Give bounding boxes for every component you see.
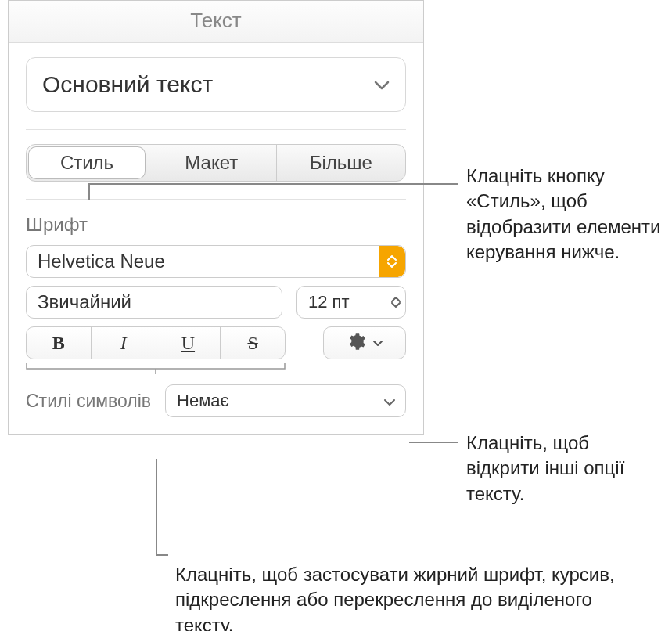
- leader-line: [156, 554, 168, 556]
- divider: [26, 129, 406, 130]
- font-family-value: Helvetica Neue: [38, 251, 165, 272]
- advanced-options-button[interactable]: [323, 326, 406, 359]
- font-size-stepper[interactable]: 12 пт: [296, 286, 406, 319]
- chevron-down-icon: [372, 336, 383, 350]
- strikethrough-button[interactable]: S: [220, 327, 285, 359]
- leader-line: [88, 183, 458, 185]
- character-styles-select[interactable]: Немає: [165, 384, 406, 417]
- tab-style[interactable]: Стиль: [28, 146, 146, 179]
- bold-button[interactable]: B: [27, 327, 91, 359]
- bracket-decoration: [26, 362, 286, 375]
- font-section-label: Шрифт: [26, 214, 406, 236]
- chevron-down-icon: [374, 74, 390, 95]
- tab-more[interactable]: Більше: [277, 145, 406, 181]
- character-styles-label: Стилі символів: [26, 391, 151, 412]
- paragraph-style-select[interactable]: Основний текст: [26, 57, 406, 112]
- font-weight-select[interactable]: Звичайний: [26, 286, 282, 319]
- leader-line: [156, 459, 157, 554]
- popup-arrows-icon: [271, 296, 282, 308]
- panel-body: Основний текст Стиль Макет Більше Шрифт …: [9, 43, 423, 434]
- font-family-select[interactable]: Helvetica Neue: [26, 245, 406, 278]
- underline-button[interactable]: U: [156, 327, 221, 359]
- tabs-segmented-control: Стиль Макет Більше: [26, 144, 406, 182]
- callout-style-tab: Клацніть кнопку «Стиль», щоб відобразити…: [466, 164, 662, 265]
- character-styles-value: Немає: [177, 391, 229, 411]
- leader-line: [88, 183, 90, 200]
- font-size-value: 12 пт: [308, 292, 350, 312]
- italic-button[interactable]: I: [91, 327, 156, 359]
- text-inspector-panel: Текст Основний текст Стиль Макет Більше …: [8, 0, 424, 435]
- paragraph-style-value: Основний текст: [42, 71, 213, 98]
- callout-bius: Клацніть, щоб застосувати жирний шрифт, …: [175, 562, 645, 631]
- divider: [26, 199, 406, 200]
- callout-gear: Клацніть, щоб відкрити інші опції тексту…: [466, 431, 662, 507]
- popup-arrows-icon: [379, 246, 405, 277]
- font-weight-value: Звичайний: [38, 291, 131, 313]
- leader-line: [409, 442, 458, 443]
- gear-icon: [346, 331, 366, 355]
- panel-title: Текст: [9, 1, 423, 43]
- text-format-group: B I U S: [26, 326, 286, 359]
- chevron-down-icon: [383, 391, 396, 411]
- stepper-arrows-icon: [391, 296, 401, 308]
- tab-layout[interactable]: Макет: [147, 145, 276, 181]
